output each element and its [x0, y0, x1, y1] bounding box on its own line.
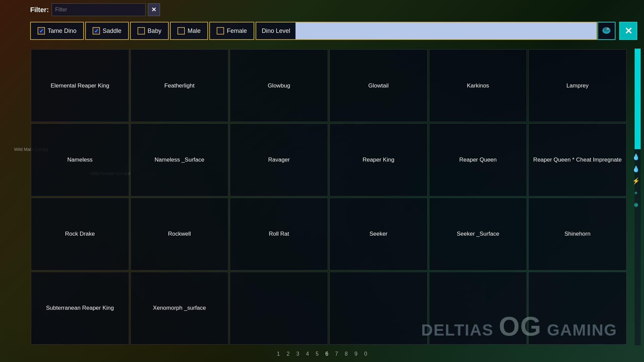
grid-cell-label-rock-drake: Rock Drake — [62, 228, 98, 240]
grid-cell-label-reaper-king: Reaper King — [360, 154, 397, 166]
saddle-checkbox-box: ✓ — [93, 27, 100, 35]
grid-cell-label-xenomorph-surface: Xenomorph _surface — [150, 302, 209, 314]
grid-cell-label-seeker: Seeker — [367, 228, 390, 240]
saddle-checkbox[interactable]: ✓ Saddle — [85, 22, 129, 40]
male-checkbox[interactable]: Male — [170, 22, 208, 40]
side-icons-panel: 💧💧⚡+❄ — [631, 152, 641, 210]
filter-options-row: ✓ Tame Dino ✓ Saddle Baby Male Female Di… — [30, 22, 597, 40]
grid-cell-karkinos[interactable]: Karkinos — [429, 49, 527, 122]
grid-cell-label-nameless-surface: Nameless _Surface — [152, 154, 207, 166]
page-3[interactable]: 3 — [296, 351, 299, 357]
grid-cell-subterranean-reaper-king[interactable]: Subterranean Reaper King — [31, 272, 129, 345]
grid-cell-reaper-king[interactable]: Reaper King — [329, 123, 428, 196]
female-label: Female — [227, 27, 247, 35]
grid-cell-shinehorn[interactable]: Shinehorn — [528, 198, 627, 270]
page-9[interactable]: 9 — [355, 351, 358, 357]
grid-cell-label-seeker-surface: Seeker _Surface — [454, 228, 502, 240]
grid-row-3: Subterranean Reaper KingXenomorph _surfa… — [30, 271, 627, 345]
grid-cell-empty3 — [429, 272, 527, 345]
grid-cell-label-glowtail: Glowtail — [366, 79, 391, 92]
grid-cell-nameless[interactable]: Nameless — [31, 123, 129, 196]
page-4[interactable]: 4 — [306, 351, 309, 357]
tame-dino-checkbox[interactable]: ✓ Tame Dino — [30, 22, 84, 40]
grid-cell-label-subterranean-reaper-king: Subterranean Reaper King — [43, 302, 116, 314]
grid-cell-seeker[interactable]: Seeker — [329, 198, 428, 270]
snow-icon[interactable]: ❄ — [631, 200, 641, 210]
page-8[interactable]: 8 — [345, 351, 348, 357]
dino-grid: Elemental Reaper KingFeatherlightGlowbug… — [30, 49, 627, 345]
page-7[interactable]: 7 — [335, 351, 338, 357]
tame-dino-label: Tame Dino — [48, 27, 76, 35]
close-button[interactable]: ✕ — [619, 22, 637, 40]
filter-clear-button[interactable]: ✕ — [148, 3, 160, 16]
dino-level-label: Dino Level — [256, 27, 296, 35]
grid-cell-seeker-surface[interactable]: Seeker _Surface — [429, 198, 527, 270]
baby-checkbox[interactable]: Baby — [130, 22, 169, 40]
page-2[interactable]: 2 — [286, 351, 289, 357]
grid-cell-rock-drake[interactable]: Rock Drake — [31, 198, 129, 270]
grid-cell-roll-rat[interactable]: Roll Rat — [230, 198, 328, 270]
female-checkbox-box — [217, 27, 224, 35]
pagination: 1234567890 — [277, 351, 367, 357]
filter-bar: Filter: ✕ — [30, 3, 160, 16]
dino-head-icon — [601, 25, 612, 37]
close-icon: ✕ — [625, 25, 632, 37]
dino-icon-button[interactable] — [597, 22, 615, 40]
grid-cell-label-roll-rat: Roll Rat — [266, 228, 291, 240]
saddle-checkmark: ✓ — [94, 28, 99, 34]
grid-cell-empty2 — [329, 272, 428, 345]
plus-icon[interactable]: + — [631, 188, 641, 198]
grid-cell-empty4 — [528, 272, 627, 345]
grid-cell-reaper-queen-cheat[interactable]: Reaper Queen * Cheat Impregnate — [528, 123, 627, 196]
dino-level-wrap: Dino Level — [256, 22, 597, 40]
grid-cell-label-nameless: Nameless — [65, 154, 96, 166]
grid-cell-label-reaper-queen: Reaper Queen — [457, 154, 499, 166]
male-checkbox-box — [177, 27, 185, 35]
dino-level-input[interactable] — [296, 22, 596, 39]
drop2-icon[interactable]: 💧 — [631, 164, 641, 174]
grid-cell-ravager[interactable]: Ravager — [230, 123, 328, 196]
grid-cell-label-elemental-reaper-king: Elemental Reaper King — [48, 79, 112, 92]
grid-cell-nameless-surface[interactable]: Nameless _Surface — [130, 123, 229, 196]
grid-cell-label-featherlight: Featherlight — [162, 79, 197, 92]
female-checkbox[interactable]: Female — [209, 22, 254, 40]
grid-row-1: NamelessNameless _SurfaceRavagerReaper K… — [30, 123, 627, 197]
grid-row-0: Elemental Reaper KingFeatherlightGlowbug… — [30, 49, 627, 123]
grid-cell-empty1 — [230, 272, 328, 345]
grid-cell-glowtail[interactable]: Glowtail — [329, 49, 428, 122]
grid-cell-label-ravager: Ravager — [266, 154, 292, 166]
drop-icon[interactable]: 💧 — [631, 152, 641, 162]
tame-dino-checkbox-box: ✓ — [38, 27, 45, 35]
grid-cell-label-karkinos: Karkinos — [464, 79, 492, 92]
grid-cell-glowbug[interactable]: Glowbug — [230, 49, 328, 122]
svg-point-3 — [607, 28, 608, 29]
page-5[interactable]: 5 — [316, 351, 319, 357]
baby-label: Baby — [148, 27, 161, 35]
male-label: Male — [187, 27, 201, 35]
page-6[interactable]: 6 — [325, 351, 328, 357]
grid-cell-label-lamprey: Lamprey — [564, 79, 591, 92]
tame-dino-checkmark: ✓ — [39, 28, 44, 34]
grid-cell-featherlight[interactable]: Featherlight — [130, 49, 229, 122]
grid-cell-label-rockwell: Rockwell — [165, 228, 194, 240]
baby-checkbox-box — [138, 27, 145, 35]
grid-cell-label-glowbug: Glowbug — [265, 79, 293, 92]
page-0[interactable]: 0 — [364, 351, 367, 357]
grid-cell-rockwell[interactable]: Rockwell — [130, 198, 229, 270]
lightning-icon[interactable]: ⚡ — [631, 176, 641, 186]
scrollbar-thumb[interactable] — [635, 49, 641, 149]
saddle-label: Saddle — [103, 27, 121, 35]
grid-cell-label-reaper-queen-cheat: Reaper Queen * Cheat Impregnate — [531, 154, 625, 166]
grid-row-2: Rock DrakeRockwellRoll RatSeekerSeeker _… — [30, 197, 627, 271]
page-1[interactable]: 1 — [277, 351, 280, 357]
grid-cell-elemental-reaper-king[interactable]: Elemental Reaper King — [31, 49, 129, 122]
grid-cell-label-shinehorn: Shinehorn — [562, 228, 593, 240]
filter-label: Filter: — [30, 6, 49, 14]
filter-input[interactable] — [52, 3, 146, 16]
grid-cell-lamprey[interactable]: Lamprey — [528, 49, 627, 122]
grid-cell-xenomorph-surface[interactable]: Xenomorph _surface — [130, 272, 229, 345]
grid-cell-reaper-queen[interactable]: Reaper Queen — [429, 123, 527, 196]
